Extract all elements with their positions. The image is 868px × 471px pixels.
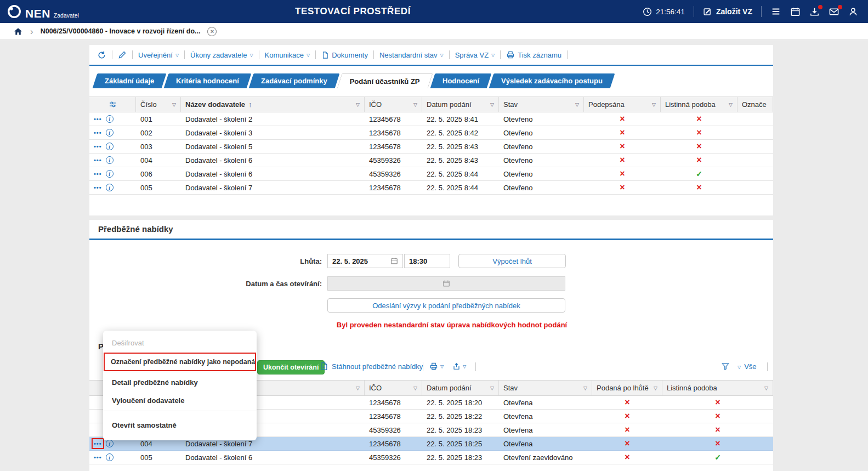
filter-dropdown-icon[interactable]: ▽ [583,385,587,391]
info-icon[interactable]: i [106,129,114,137]
column-settings-button[interactable] [89,97,136,112]
cell: 22. 5. 2025 8:44 [422,181,499,194]
header-stav[interactable]: Stav▽ [499,381,592,395]
row-menu-button[interactable]: ••• [94,116,102,122]
filter-dropdown-icon[interactable]: ▽ [356,385,360,391]
tab-hodnoceni[interactable]: Hodnocení [430,73,491,88]
cell: 45359326 [365,154,422,167]
header-cislo[interactable]: Číslo▽ [136,97,181,112]
info-icon[interactable]: i [106,143,114,150]
calendar-icon[interactable] [390,257,398,265]
table-row[interactable]: •••i005Dodavatel - školení 64535932622. … [89,451,773,464]
downloads-button[interactable] [809,7,820,17]
filter-funnel-icon[interactable] [721,362,730,371]
create-vz-button[interactable]: Založit VZ [703,7,752,16]
toolbar-menu-komunikace[interactable]: Komunikace▽ [265,51,310,59]
row-actions: •••i [89,112,136,126]
menu-separator [103,372,257,372]
filter-dropdown-icon[interactable]: ▽ [654,385,657,391]
row-menu-button[interactable]: ••• [94,454,102,461]
toolbar-print-record[interactable]: Tisk záznamu [506,50,561,59]
table-row[interactable]: •••i001Dodavatel - školení 21234567822. … [89,112,773,126]
header-oznacena[interactable]: Označe [737,97,773,112]
menu-item-oznaceni-jako-nepodana[interactable]: Označení předběžné nabídky jako nepodaná [104,353,256,371]
tab-zadavaci-podminky[interactable]: Zadávací podmínky [249,73,339,88]
calc-deadlines-button[interactable]: Výpočet lhůt [458,254,566,268]
info-icon[interactable]: i [106,184,114,191]
toolbar-menu-dokumenty[interactable]: Dokumenty [321,51,368,59]
edit-pencil-icon[interactable] [118,50,127,59]
info-icon[interactable]: i [106,170,114,178]
user-button[interactable] [848,7,858,17]
toolbar-menu-nestandardni-stav[interactable]: Nestandardní stav▽ [379,51,444,59]
calendar-button[interactable] [790,7,801,17]
breadcrumb-item[interactable]: N006/25/V00004860 - Inovace v rozvoji ří… [41,27,201,35]
export-button[interactable]: ▽ [452,362,466,371]
row-menu-button[interactable]: ••• [94,171,102,177]
tab-podani-ucastniku-zp[interactable]: Podání účastníků ZP [337,73,433,88]
header-stav[interactable]: Stav▽ [499,97,584,112]
header-ico[interactable]: IČO▽ [365,97,422,112]
history-back-icon[interactable] [97,50,106,60]
deadline-date-input[interactable]: 22. 5. 2025 [327,254,403,268]
table-row[interactable]: •••i002Dodavatel - školení 31234567822. … [89,126,773,140]
filter-dropdown-icon[interactable]: ▽ [490,102,494,107]
header-ico[interactable]: IČO▽ [365,381,422,395]
tab-vysledek-zadavaciho-postupu[interactable]: Výsledek zadávacího postupu [489,73,615,88]
filter-dropdown-icon[interactable]: ▽ [172,102,176,107]
send-invite-button[interactable]: Odeslání výzvy k podání předběžných nabí… [327,298,565,313]
header-podepsana[interactable]: Podepsána▽ [584,97,661,112]
filter-dropdown-icon[interactable]: ▽ [729,102,733,107]
tab-kriteria-hodnoceni[interactable]: Kritéria hodnocení [164,73,252,88]
close-crumb-icon[interactable]: × [207,27,217,36]
filter-dropdown-icon[interactable]: ▽ [575,102,579,107]
filter-dropdown-icon[interactable]: ▽ [490,385,494,391]
info-icon[interactable]: i [106,440,114,447]
row-menu-button[interactable]: ••• [94,143,102,150]
print-button[interactable]: ▽ [429,362,444,371]
filter-dropdown-icon[interactable]: ▽ [413,385,417,391]
header-listinna-podoba[interactable]: Listinná podoba▽ [662,381,773,395]
toolbar-menu-ukony-zadavatele[interactable]: Úkony zadavatele▽ [190,51,253,59]
deadline-time-input[interactable]: 18:30 [404,254,450,268]
home-icon[interactable] [13,27,23,36]
info-icon[interactable]: i [106,156,114,164]
table-row[interactable]: •••i006Dodavatel - školení 64535932622. … [89,167,773,181]
record-panel: Uveřejnění▽ Úkony zadavatele▽ Komunikace… [89,45,773,215]
nen-logo[interactable]: NEN Zadavatel [0,4,79,19]
header-datum-podani[interactable]: Datum podání▽ [422,381,499,395]
header-datum-podani[interactable]: Datum podání▽ [422,97,499,112]
filter-dropdown-icon[interactable]: ▽ [652,102,656,107]
header-listinna-podoba[interactable]: Listinná podoba▽ [661,97,737,112]
filter-dropdown-icon[interactable]: ▽ [356,102,360,107]
table-row[interactable]: •••i003Dodavatel - školení 51234567822. … [89,140,773,154]
filter-dropdown-icon[interactable]: ▽ [413,102,417,107]
end-opening-button[interactable]: Ukončit otevírání [257,360,325,374]
toolbar-menu-sprava-vz[interactable]: Správa VZ▽ [455,51,495,59]
cell: Otevřeno [499,112,584,126]
row-menu-button[interactable]: ••• [94,184,102,191]
filter-all-select[interactable]: ▽ Vše [737,362,757,371]
tab-zakladni-udaje[interactable]: Základní údaje [93,73,167,88]
info-icon[interactable]: i [106,115,114,123]
info-icon[interactable]: i [106,453,114,461]
clock: 21:56:41 [643,7,685,16]
row-menu-button[interactable]: ••• [94,157,102,163]
menu-item-detail-predbezne-nabidky[interactable]: Detail předběžné nabídky [103,373,257,391]
row-menu-button[interactable]: ••• [94,440,102,447]
dropdown-icon: ▽ [737,365,741,370]
table-row[interactable]: •••i004Dodavatel - školení 64535932622. … [89,154,773,167]
menu-item-otevrit-samostatne[interactable]: Otevřít samostatně [103,412,257,435]
header-podana-po-lhute[interactable]: Podaná po lhůtě▽ [592,381,662,395]
toolbar-menu-uverejneni[interactable]: Uveřejnění▽ [138,51,179,59]
cell: Dodavatel - školení 6 [181,167,365,180]
table-row[interactable]: •••i005Dodavatel - školení 71234567822. … [89,181,773,195]
menu-button[interactable] [770,7,781,16]
filter-dropdown-icon[interactable]: ▽ [764,385,768,391]
menu-item-vylouceni-dodavatele[interactable]: Vyloučení dodavatele [103,391,257,410]
printer-icon [506,50,515,59]
header-nazev-dodavatele[interactable]: Název dodavatele↑▽ [181,97,365,112]
messages-button[interactable] [829,7,839,17]
row-menu-button[interactable]: ••• [94,129,102,136]
download-offers-link[interactable]: Stáhnout předběžné nabídky [320,362,423,371]
